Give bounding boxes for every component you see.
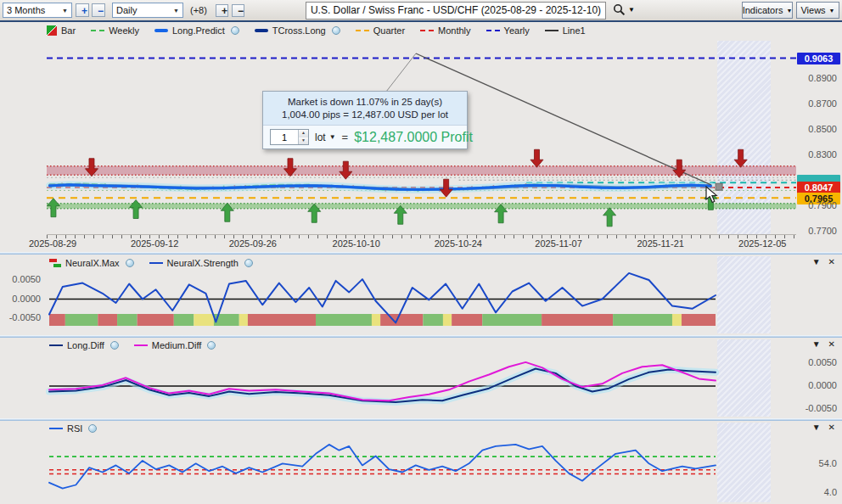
rsi-line-icon <box>49 428 63 429</box>
rsi-legend: RSI <box>49 423 97 434</box>
panel-divider[interactable] <box>0 418 842 421</box>
neuralx-strength-line-icon <box>149 262 163 264</box>
bar-icon <box>47 25 57 36</box>
legend-item-tcross-long[interactable]: TCross.Long <box>255 25 340 36</box>
legend-item-quarter[interactable]: Quarter <box>356 25 405 36</box>
legend-label: Quarter <box>373 25 405 36</box>
lot-unit-label: lot <box>315 132 326 143</box>
remove-bars-button[interactable]: − <box>232 4 244 17</box>
x-axis-label: 2025-10-10 <box>323 238 390 249</box>
equals-sign: = <box>342 131 349 143</box>
legend-label: RSI <box>67 423 82 434</box>
y-axis-label: 0.9063 <box>797 53 840 64</box>
info-icon[interactable] <box>332 26 340 35</box>
period-select[interactable]: 3 Months ▼ <box>3 3 72 18</box>
legend-label: Monthly <box>438 25 471 36</box>
x-axis-label: 2025-12-05 <box>728 238 796 249</box>
x-axis-label: 2025-10-24 <box>424 238 492 249</box>
period-zoom-in-button[interactable]: + <box>76 3 89 17</box>
y-axis-label: 0.8900 <box>800 73 837 83</box>
chevron-down-icon: ▼ <box>329 133 336 141</box>
add-bars-button[interactable]: + <box>216 4 228 17</box>
legend-item-monthly[interactable]: Monthly <box>420 25 471 36</box>
legend-item-line1[interactable]: Line1 <box>545 25 586 36</box>
y-axis-label: 54.0 <box>800 458 837 468</box>
info-icon[interactable] <box>126 259 134 267</box>
yearly-line-icon <box>486 30 500 31</box>
y-axis-label: 0.8700 <box>800 98 837 109</box>
neuralx-panel-controls: ▼ ✕ <box>812 257 835 266</box>
views-button-label: Views <box>800 5 825 15</box>
legend-label: Bar <box>61 25 76 36</box>
chevron-down-icon: ▼ <box>786 8 792 14</box>
collapse-panel-icon[interactable]: ▼ <box>812 423 821 432</box>
collapse-panel-icon[interactable]: ▼ <box>812 257 821 266</box>
diff-panel-controls: ▼ ✕ <box>812 339 835 349</box>
neuralx-legend: NeuralX.Max NeuralX.Strength <box>49 258 253 268</box>
y-axis-label: 0.0050 <box>7 274 41 284</box>
mouse-cursor <box>705 186 719 207</box>
y-axis-label: 4.0 <box>800 487 837 497</box>
lot-quantity-input[interactable] <box>271 130 298 144</box>
info-icon[interactable] <box>244 259 253 267</box>
rsi-panel-controls: ▼ ✕ <box>812 423 835 432</box>
legend-item-long-predict[interactable]: Long.Predict <box>154 25 239 36</box>
legend-item-medium-diff[interactable]: Medium.Diff <box>134 340 216 350</box>
panel-divider[interactable] <box>0 335 842 338</box>
views-button[interactable]: Views ▼ <box>796 2 839 19</box>
indicators-button[interactable]: Indicators ▼ <box>742 2 793 19</box>
future-zone <box>717 256 771 333</box>
search-dropdown-icon[interactable]: ▼ <box>628 6 635 14</box>
indicators-button-label: Indicators <box>743 5 783 15</box>
search-icon[interactable] <box>613 3 626 16</box>
legend-label: Long.Predict <box>172 25 225 36</box>
tooltip-header: Market is down 11.07% in 25 day(s) 1,004… <box>263 92 467 126</box>
lot-unit-select[interactable]: lot ▼ <box>315 132 336 143</box>
y-axis-label: 0.8300 <box>800 149 837 160</box>
info-icon[interactable] <box>207 341 216 350</box>
legend-item-long-diff[interactable]: Long.Diff <box>49 340 119 350</box>
info-icon[interactable] <box>110 341 119 350</box>
legend-label: NeuralX.Max <box>65 258 120 268</box>
info-icon[interactable] <box>88 424 97 433</box>
tcross-long-line-icon <box>255 29 268 32</box>
legend-item-weekly[interactable]: Weekly <box>91 25 139 36</box>
y-axis-label: 0.0000 <box>800 380 837 390</box>
period-zoom-out-button[interactable]: − <box>92 3 105 17</box>
close-panel-icon[interactable]: ✕ <box>828 423 835 432</box>
y-axis-label: 0.7700 <box>800 226 837 236</box>
x-axis-label: 2025-11-21 <box>626 238 694 249</box>
line1-icon <box>545 30 559 31</box>
future-zone <box>717 423 771 502</box>
chevron-down-icon: ▼ <box>829 8 835 14</box>
legend-item-neuralx-max[interactable]: NeuralX.Max <box>49 258 134 268</box>
x-axis-label: 2025-08-29 <box>19 238 87 249</box>
symbol-title[interactable]: U.S. Dollar / Swiss Franc - USD/CHF (202… <box>306 2 606 20</box>
y-axis-label: 0.8047 <box>797 182 840 193</box>
close-panel-icon[interactable]: ✕ <box>828 339 835 349</box>
collapse-panel-icon[interactable]: ▼ <box>812 339 821 349</box>
y-axis-label: -0.0050 <box>800 403 837 413</box>
legend-label: NeuralX.Strength <box>167 258 239 268</box>
medium-diff-line-icon <box>134 344 148 346</box>
legend-item-yearly[interactable]: Yearly <box>486 25 530 36</box>
tooltip-line2: 1,004.00 pips = 12,487.00 USD per lot <box>268 109 462 121</box>
tooltip-line1: Market is down 11.07% in 25 day(s) <box>268 96 462 109</box>
y-axis-label: 0.0000 <box>7 294 41 304</box>
legend-item-bar[interactable]: Bar <box>47 25 76 36</box>
legend-item-rsi[interactable]: RSI <box>49 423 97 434</box>
interval-select[interactable]: Daily ▼ <box>112 3 183 18</box>
monthly-line-icon <box>420 30 434 31</box>
legend-item-neuralx-strength[interactable]: NeuralX.Strength <box>149 258 253 268</box>
close-panel-icon[interactable]: ✕ <box>828 257 835 266</box>
bar-offset-label: (+8) <box>190 5 207 15</box>
weekly-line-icon <box>91 30 104 31</box>
future-zone <box>717 41 771 234</box>
toolbar: 3 Months ▼ + − Daily ▼ (+8) + − U.S. Dol… <box>0 0 842 22</box>
neuralx-max-icon <box>49 259 61 267</box>
profit-tooltip: Market is down 11.07% in 25 day(s) 1,004… <box>262 91 468 149</box>
info-icon[interactable] <box>231 26 239 35</box>
panel-divider[interactable] <box>0 252 842 255</box>
spinner-up-icon[interactable]: ▲ <box>299 130 308 137</box>
spinner-down-icon[interactable]: ▼ <box>299 137 308 145</box>
